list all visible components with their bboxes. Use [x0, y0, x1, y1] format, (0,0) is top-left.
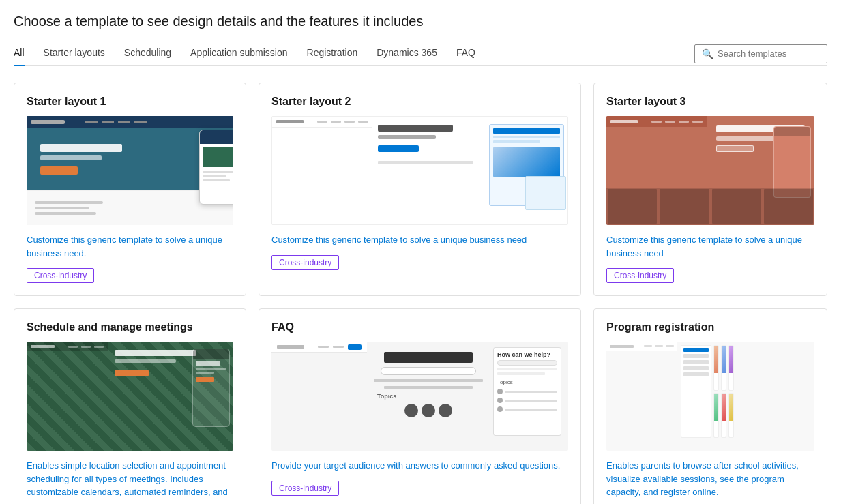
card-desc-starter-1: Customize this generic template to solve…: [27, 233, 233, 260]
sl2-logo: [276, 120, 304, 123]
card-title-program-reg: Program registration: [606, 321, 814, 333]
search-input[interactable]: [718, 48, 820, 59]
mobile-img: [203, 147, 233, 167]
faq-logo: [277, 345, 304, 349]
faq-topic-row: [401, 404, 456, 417]
faq-widget-topics-label: Topics: [497, 379, 557, 385]
prog-card-5: [721, 393, 726, 439]
prog-card-img-2: [722, 346, 726, 373]
photo-block-2: [660, 189, 709, 224]
faq-widget-title-text: How can we help?: [497, 351, 557, 358]
card-desc-schedule: Enables simple location selection and ap…: [27, 459, 233, 504]
template-card-program-reg[interactable]: Program registration: [593, 308, 827, 504]
faq-nav: [318, 344, 362, 350]
faq-widget-line2: [497, 372, 545, 375]
prog-card-content-2: [722, 373, 726, 389]
tab-dynamics-365[interactable]: Dynamics 365: [377, 42, 437, 66]
prog-card-content-1: [714, 373, 718, 389]
faq-widget: How can we help? Topics: [493, 347, 561, 436]
faq-widget-topic-2: [497, 398, 557, 403]
photo-block-4: [764, 189, 813, 224]
search-icon: 🔍: [702, 48, 713, 59]
mobile-content: [200, 144, 233, 184]
tab-registration[interactable]: Registration: [307, 42, 358, 66]
faq-left: Topics: [367, 342, 490, 440]
faq-dot-2: [497, 398, 503, 403]
mobile-header: [200, 130, 233, 144]
faq-widget-line1: [497, 368, 557, 370]
text-line-1: [35, 201, 103, 204]
preview-btn: [40, 166, 78, 175]
prog-card-img-4: [714, 394, 718, 421]
schedule-headline: [115, 350, 196, 356]
schedule-sub: [115, 359, 176, 363]
sl2-nav: [317, 121, 368, 123]
preview-text-block: [35, 201, 103, 215]
sl2-right: [479, 117, 567, 213]
sl3-mobile-header: [774, 127, 810, 136]
nav-bar: All Starter layouts Scheduling Applicati…: [14, 42, 827, 66]
preview-logo: [31, 120, 65, 124]
card-preview-program-reg: [606, 342, 814, 451]
tab-all[interactable]: All: [14, 42, 25, 66]
template-card-faq[interactable]: FAQ Topics: [259, 308, 581, 504]
tab-faq[interactable]: FAQ: [456, 42, 475, 66]
prog-card-content-3: [729, 373, 733, 389]
schedule-mobile-header: [193, 349, 229, 359]
preview-headline: [40, 144, 122, 152]
prog-body: [677, 342, 737, 441]
tab-application-submission[interactable]: Application submission: [190, 42, 287, 66]
template-card-starter-1[interactable]: Starter layout 1: [14, 83, 246, 296]
schedule-mobile-line1: [196, 368, 226, 370]
preview-subline: [40, 155, 102, 160]
photo-block-1: [608, 189, 657, 224]
card-tag-starter-2: Cross-industry: [271, 255, 339, 270]
tab-scheduling[interactable]: Scheduling: [124, 42, 171, 66]
faq-topic-icon-3: [439, 404, 452, 417]
prog-card-img-3: [729, 346, 733, 373]
schedule-body: [108, 342, 203, 441]
schedule-mobile-headline: [196, 361, 220, 366]
faq-search-bar: [381, 367, 476, 375]
faq-widget-topic-1: [497, 389, 557, 394]
search-box[interactable]: 🔍: [694, 44, 827, 63]
sl2-left: [372, 117, 479, 213]
tab-starter-layouts[interactable]: Starter layouts: [44, 42, 105, 66]
sl3-nav: [651, 121, 703, 123]
sl2-headline: [378, 125, 453, 132]
sl3-btn: [716, 145, 754, 152]
faq-badge: [348, 344, 362, 350]
preview-nav: [85, 121, 147, 123]
card-title-schedule: Schedule and manage meetings: [27, 321, 233, 333]
card-preview-starter-3: [606, 116, 814, 225]
sidebar-item-5: [683, 372, 709, 376]
card-desc-program-reg: Enables parents to browse after school a…: [606, 459, 814, 499]
sidebar-item-2: [683, 354, 709, 358]
sidebar-item-4: [683, 366, 709, 370]
card-desc-starter-3: Customize this generic template to solve…: [606, 233, 814, 260]
sl3-header: [606, 116, 707, 127]
card-preview-schedule: [27, 342, 233, 451]
preview-header: [27, 116, 233, 128]
schedule-mobile-content: [193, 359, 229, 385]
sl2-widget-line1: [493, 136, 560, 138]
sl2-widget-header: [493, 128, 560, 134]
prog-card-content-4: [714, 421, 718, 437]
card-title-starter-3: Starter layout 3: [606, 95, 814, 108]
card-tag-starter-3: Cross-industry: [606, 268, 674, 283]
template-card-starter-3[interactable]: Starter layout 3: [593, 83, 827, 296]
template-card-starter-2[interactable]: Starter layout 2: [259, 83, 581, 296]
faq-dot-3: [497, 406, 503, 412]
prog-card-img-1: [714, 346, 718, 373]
prog-logo: [610, 345, 634, 348]
mobile-line3: [203, 179, 230, 181]
sidebar-item-1: [683, 348, 709, 352]
faq-topics-label: Topics: [374, 393, 483, 400]
template-card-schedule[interactable]: Schedule and manage meetings: [14, 308, 246, 504]
schedule-header: [27, 342, 108, 351]
schedule-left: [108, 342, 203, 441]
card-tag-starter-1: Cross-industry: [27, 268, 94, 283]
sl2-widget-line2: [493, 140, 540, 143]
sl2-img-small: [525, 176, 566, 210]
card-title-faq: FAQ: [271, 321, 568, 333]
